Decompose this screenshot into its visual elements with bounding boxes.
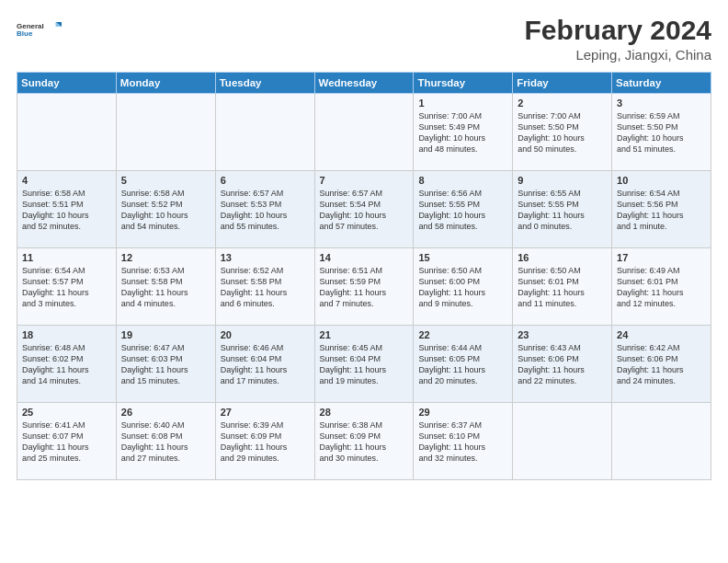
day-info: Sunrise: 6:50 AM Sunset: 6:00 PM Dayligh…: [418, 265, 507, 310]
cell-w4-d4: 21Sunrise: 6:45 AM Sunset: 6:04 PM Dayli…: [314, 326, 414, 403]
day-number: 4: [22, 175, 111, 186]
day-number: 12: [121, 252, 210, 263]
day-info: Sunrise: 6:54 AM Sunset: 5:56 PM Dayligh…: [617, 188, 706, 233]
logo: General Blue: [17, 15, 63, 44]
col-wednesday: Wednesday: [314, 73, 414, 94]
cell-w4-d2: 19Sunrise: 6:47 AM Sunset: 6:03 PM Dayli…: [116, 326, 215, 403]
cell-w2-d5: 8Sunrise: 6:56 AM Sunset: 5:55 PM Daylig…: [414, 171, 513, 248]
day-info: Sunrise: 6:46 AM Sunset: 6:04 PM Dayligh…: [221, 342, 310, 387]
cell-w2-d3: 6Sunrise: 6:57 AM Sunset: 5:53 PM Daylig…: [215, 171, 314, 248]
day-info: Sunrise: 6:44 AM Sunset: 6:05 PM Dayligh…: [418, 342, 507, 387]
cell-w4-d1: 18Sunrise: 6:48 AM Sunset: 6:02 PM Dayli…: [17, 326, 117, 403]
col-tuesday: Tuesday: [215, 73, 314, 94]
calendar-table: Sunday Monday Tuesday Wednesday Thursday…: [17, 72, 711, 480]
day-number: 13: [221, 252, 310, 263]
cell-w1-d5: 1Sunrise: 7:00 AM Sunset: 5:49 PM Daylig…: [414, 94, 513, 171]
cell-w1-d7: 3Sunrise: 6:59 AM Sunset: 5:50 PM Daylig…: [612, 94, 711, 171]
day-info: Sunrise: 6:57 AM Sunset: 5:53 PM Dayligh…: [221, 188, 310, 233]
day-number: 6: [221, 175, 310, 186]
cell-w3-d7: 17Sunrise: 6:49 AM Sunset: 6:01 PM Dayli…: [612, 248, 711, 326]
col-sunday: Sunday: [17, 73, 117, 94]
calendar-body: 1Sunrise: 7:00 AM Sunset: 5:49 PM Daylig…: [17, 94, 711, 480]
week-row-1: 1Sunrise: 7:00 AM Sunset: 5:49 PM Daylig…: [17, 94, 711, 171]
day-number: 2: [518, 98, 607, 109]
day-number: 10: [617, 175, 706, 186]
cell-w5-d1: 25Sunrise: 6:41 AM Sunset: 6:07 PM Dayli…: [17, 403, 117, 480]
cell-w4-d6: 23Sunrise: 6:43 AM Sunset: 6:06 PM Dayli…: [513, 326, 612, 403]
cell-w5-d4: 28Sunrise: 6:38 AM Sunset: 6:09 PM Dayli…: [314, 403, 414, 480]
day-info: Sunrise: 6:43 AM Sunset: 6:06 PM Dayligh…: [518, 342, 607, 387]
day-info: Sunrise: 6:50 AM Sunset: 6:01 PM Dayligh…: [518, 265, 607, 310]
cell-w1-d6: 2Sunrise: 7:00 AM Sunset: 5:50 PM Daylig…: [513, 94, 612, 171]
cell-w5-d3: 27Sunrise: 6:39 AM Sunset: 6:09 PM Dayli…: [215, 403, 314, 480]
day-number: 27: [221, 407, 310, 418]
day-info: Sunrise: 6:41 AM Sunset: 6:07 PM Dayligh…: [22, 419, 111, 465]
day-info: Sunrise: 7:00 AM Sunset: 5:50 PM Dayligh…: [518, 110, 607, 155]
day-info: Sunrise: 6:56 AM Sunset: 5:55 PM Dayligh…: [418, 188, 507, 233]
cell-w3-d6: 16Sunrise: 6:50 AM Sunset: 6:01 PM Dayli…: [513, 248, 612, 326]
day-number: 9: [518, 175, 607, 186]
day-info: Sunrise: 6:45 AM Sunset: 6:04 PM Dayligh…: [320, 342, 409, 387]
cell-w4-d3: 20Sunrise: 6:46 AM Sunset: 6:04 PM Dayli…: [215, 326, 314, 403]
week-row-2: 4Sunrise: 6:58 AM Sunset: 5:51 PM Daylig…: [17, 171, 711, 248]
day-number: 1: [418, 98, 507, 109]
day-info: Sunrise: 6:58 AM Sunset: 5:51 PM Dayligh…: [22, 188, 111, 233]
page: General Blue February 2024 Leping, Jiang…: [0, 0, 728, 489]
cell-w3-d4: 14Sunrise: 6:51 AM Sunset: 5:59 PM Dayli…: [314, 248, 414, 326]
cell-w3-d5: 15Sunrise: 6:50 AM Sunset: 6:00 PM Dayli…: [414, 248, 513, 326]
day-info: Sunrise: 6:55 AM Sunset: 5:55 PM Dayligh…: [518, 188, 607, 233]
day-info: Sunrise: 6:52 AM Sunset: 5:58 PM Dayligh…: [221, 265, 310, 310]
day-info: Sunrise: 6:47 AM Sunset: 6:03 PM Dayligh…: [121, 342, 210, 387]
week-row-5: 25Sunrise: 6:41 AM Sunset: 6:07 PM Dayli…: [17, 403, 711, 480]
cell-w2-d1: 4Sunrise: 6:58 AM Sunset: 5:51 PM Daylig…: [17, 171, 117, 248]
cell-w2-d7: 10Sunrise: 6:54 AM Sunset: 5:56 PM Dayli…: [612, 171, 711, 248]
week-row-4: 18Sunrise: 6:48 AM Sunset: 6:02 PM Dayli…: [17, 326, 711, 403]
cell-w3-d2: 12Sunrise: 6:53 AM Sunset: 5:58 PM Dayli…: [116, 248, 215, 326]
cell-w4-d5: 22Sunrise: 6:44 AM Sunset: 6:05 PM Dayli…: [414, 326, 513, 403]
day-number: 17: [617, 252, 706, 263]
cell-w1-d4: [314, 94, 414, 171]
svg-text:Blue: Blue: [17, 29, 33, 38]
day-info: Sunrise: 6:39 AM Sunset: 6:09 PM Dayligh…: [221, 419, 310, 465]
cell-w4-d7: 24Sunrise: 6:42 AM Sunset: 6:06 PM Dayli…: [612, 326, 711, 403]
col-friday: Friday: [513, 73, 612, 94]
calendar-header: Sunday Monday Tuesday Wednesday Thursday…: [17, 73, 711, 94]
cell-w1-d1: [17, 94, 117, 171]
col-thursday: Thursday: [414, 73, 513, 94]
cell-w2-d6: 9Sunrise: 6:55 AM Sunset: 5:55 PM Daylig…: [513, 171, 612, 248]
day-info: Sunrise: 6:40 AM Sunset: 6:08 PM Dayligh…: [121, 419, 210, 465]
day-number: 26: [121, 407, 210, 418]
cell-w5-d5: 29Sunrise: 6:37 AM Sunset: 6:10 PM Dayli…: [414, 403, 513, 480]
day-number: 18: [22, 329, 111, 340]
day-number: 21: [320, 329, 409, 340]
day-info: Sunrise: 6:37 AM Sunset: 6:10 PM Dayligh…: [418, 419, 507, 465]
day-number: 24: [617, 329, 706, 340]
cell-w5-d7: [612, 403, 711, 480]
day-info: Sunrise: 6:58 AM Sunset: 5:52 PM Dayligh…: [121, 188, 210, 233]
day-number: 16: [518, 252, 607, 263]
day-info: Sunrise: 6:42 AM Sunset: 6:06 PM Dayligh…: [617, 342, 706, 387]
day-number: 14: [320, 252, 409, 263]
day-info: Sunrise: 6:54 AM Sunset: 5:57 PM Dayligh…: [22, 265, 111, 310]
cell-w5-d6: [513, 403, 612, 480]
day-number: 22: [418, 329, 507, 340]
day-number: 25: [22, 407, 111, 418]
day-number: 11: [22, 252, 111, 263]
day-number: 15: [418, 252, 507, 263]
day-number: 5: [121, 175, 210, 186]
cell-w3-d1: 11Sunrise: 6:54 AM Sunset: 5:57 PM Dayli…: [17, 248, 117, 326]
cell-w3-d3: 13Sunrise: 6:52 AM Sunset: 5:58 PM Dayli…: [215, 248, 314, 326]
main-title: February 2024: [525, 15, 711, 45]
subtitle: Leping, Jiangxi, China: [525, 47, 711, 63]
cell-w2-d2: 5Sunrise: 6:58 AM Sunset: 5:52 PM Daylig…: [116, 171, 215, 248]
day-number: 19: [121, 329, 210, 340]
day-number: 8: [418, 175, 507, 186]
cell-w1-d2: [116, 94, 215, 171]
header-row: Sunday Monday Tuesday Wednesday Thursday…: [17, 73, 711, 94]
logo-svg: General Blue: [17, 15, 63, 44]
cell-w2-d4: 7Sunrise: 6:57 AM Sunset: 5:54 PM Daylig…: [314, 171, 414, 248]
day-info: Sunrise: 6:38 AM Sunset: 6:09 PM Dayligh…: [320, 419, 409, 465]
week-row-3: 11Sunrise: 6:54 AM Sunset: 5:57 PM Dayli…: [17, 248, 711, 326]
day-number: 20: [221, 329, 310, 340]
day-info: Sunrise: 6:57 AM Sunset: 5:54 PM Dayligh…: [320, 188, 409, 233]
